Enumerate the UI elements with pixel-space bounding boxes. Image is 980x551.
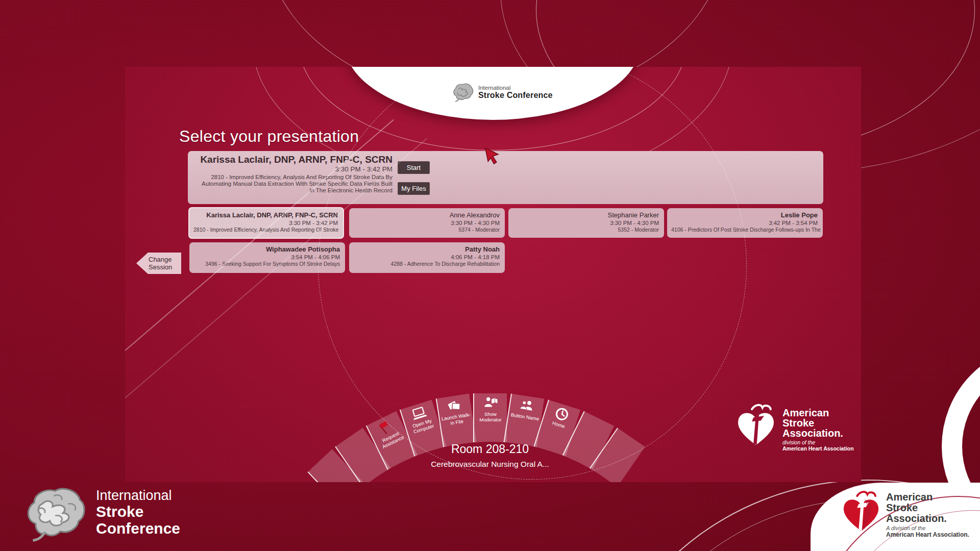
presentation-time: 3:30 PM - 4:30 PM xyxy=(512,219,659,227)
presentation-description: 3496 - Seeking Support For Symptoms Of S… xyxy=(193,261,340,267)
presentation-card-patty[interactable]: Patty Noah 4:06 PM - 4:18 PM 4288 - Adhe… xyxy=(349,242,505,273)
presentation-card-anne[interactable]: Anne Alexandrov 3:30 PM - 4:30 PM 5374 -… xyxy=(349,208,505,238)
asa-footer-line3: Association. xyxy=(886,513,969,524)
isc-footer-line1: International xyxy=(96,488,180,503)
speaker-name: Wiphawadee Potisopha xyxy=(193,245,340,254)
asa-logo-onscreen: American Stroke Association. division of… xyxy=(736,402,854,455)
speaker-name: Karissa Laclair, DNP, ARNP, FNP-C, SCRN xyxy=(193,211,338,219)
presentation-card-karissa[interactable]: Karissa Laclair, DNP, ARNP, FNP-C, SCRN … xyxy=(188,207,344,239)
isc-logo-line1: International xyxy=(478,85,553,91)
asa-sub1: division of the xyxy=(782,439,854,445)
arc-menu-label: Launch Walk-in File xyxy=(440,412,473,427)
people-icon xyxy=(518,397,535,414)
arc-menu-label: Show Moderator xyxy=(475,412,506,422)
asa-line3: Association. xyxy=(782,428,854,438)
speaker-name: Anne Alexandrov xyxy=(353,211,500,219)
heart-torch-icon xyxy=(736,402,776,455)
speaker-name: Karissa Laclair, DNP, ARNP, FNP-C, SCRN xyxy=(198,154,393,165)
asa-footer-line2: Stroke xyxy=(886,503,969,513)
arc-menu-label: Button Name xyxy=(509,412,541,422)
presentation-description: 4288 - Adherence To Discharge Rehabilita… xyxy=(353,261,500,267)
presentation-time: 3:30 PM - 3:42 PM xyxy=(198,165,393,173)
presentation-card-leslie[interactable]: Leslie Pope 3:42 PM - 3:54 PM 4106 - Pre… xyxy=(667,208,823,238)
presentation-time: 3:30 PM - 4:30 PM xyxy=(353,219,500,227)
heart-torch-icon xyxy=(841,489,881,540)
presentation-description: 4106 - Predictors Of Post Stroke Dischar… xyxy=(671,227,818,233)
speaker-name: Leslie Pope xyxy=(671,211,818,219)
presentation-card-wiphawadee[interactable]: Wiphawadee Potisopha 3:54 PM - 4:06 PM 3… xyxy=(189,242,345,273)
asa-line2: Stroke xyxy=(782,418,854,428)
my-files-button[interactable]: My Files xyxy=(398,182,430,195)
show-moderator-button[interactable]: Show Moderator xyxy=(473,393,507,442)
presentation-description: 2810 - Improved Efficiency, Analysis And… xyxy=(193,227,338,233)
presentation-time: 4:06 PM - 4:18 PM xyxy=(353,254,500,261)
asa-logo-footer: American Stroke Association. A division … xyxy=(841,489,969,540)
session-name-label: Cerebrovascular Nursing Oral A... xyxy=(362,460,618,469)
asa-footer-sub2: American Heart Association. xyxy=(886,531,969,538)
presentation-description: 5374 - Moderator xyxy=(353,227,500,233)
photos-icon xyxy=(446,397,463,414)
start-button[interactable]: Start xyxy=(398,161,430,174)
launch-walkin-file-button[interactable]: Launch Walk-in File xyxy=(436,394,477,447)
presentation-time: 3:42 PM - 3:54 PM xyxy=(671,219,818,227)
asa-line1: American xyxy=(782,408,854,418)
presentation-time: 3:54 PM - 4:06 PM xyxy=(193,254,340,261)
moderator-icon xyxy=(483,396,498,410)
arc-menu-label: Open My Computer xyxy=(406,416,439,436)
speaker-name: Stephanie Parker xyxy=(512,211,659,219)
presentation-description: 2810 - Improved Efficiency, Analysis And… xyxy=(198,174,393,194)
asa-sub2: American Heart Association xyxy=(782,445,854,452)
conference-kiosk-screen: { "colors": { "outer_background": "#7d0a… xyxy=(0,0,980,551)
page-title: Select your presentation xyxy=(179,127,359,146)
asa-footer-sub1: A division of the xyxy=(886,525,969,531)
selected-presentation-info: Karissa Laclair, DNP, ARNP, FNP-C, SCRN … xyxy=(198,154,393,194)
isc-footer-line3: Conference xyxy=(96,520,180,537)
presentation-card-stephanie[interactable]: Stephanie Parker 3:30 PM - 4:30 PM 5352 … xyxy=(508,208,664,238)
isc-logo-footer: International Stroke Conference xyxy=(22,484,180,544)
selected-presentation-card[interactable]: Karissa Laclair, DNP, ARNP, FNP-C, SCRN … xyxy=(188,151,823,204)
isc-logo-line2: Stroke Conference xyxy=(478,91,553,100)
asa-footer-line1: American xyxy=(886,492,969,503)
presentation-screen: International Stroke Conference Select y… xyxy=(125,67,861,482)
isc-footer-line2: Stroke xyxy=(96,503,180,520)
speaker-name: Patty Noah xyxy=(353,245,500,254)
room-label: Room 208-210 xyxy=(362,442,618,456)
presentation-time: 3:30 PM - 3:42 PM xyxy=(193,219,338,227)
brain-icon xyxy=(452,82,474,103)
isc-logo-small: International Stroke Conference xyxy=(452,82,553,103)
change-session-button[interactable]: Change Session xyxy=(136,253,181,274)
presentation-description: 5352 - Moderator xyxy=(512,227,659,233)
brain-icon xyxy=(22,484,88,544)
